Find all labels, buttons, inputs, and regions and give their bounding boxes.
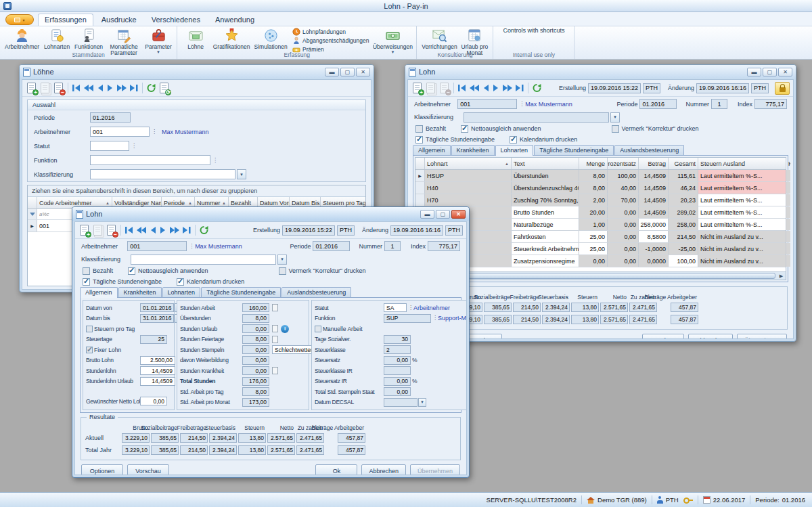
- ribbon-button-simulationen[interactable]: Simulationen: [252, 27, 290, 51]
- arbeitnehmer-field[interactable]: 001: [90, 127, 150, 137]
- ribbon-tab-ausdrucke[interactable]: Ausdrucke: [95, 14, 143, 26]
- periode-field[interactable]: 01.2016: [90, 112, 131, 123]
- ribbon-tab-erfassungen[interactable]: Erfassungen: [38, 14, 93, 26]
- table-row[interactable]: Zusatzpensionsregime 0,00 0,00 0,0000 10…: [415, 255, 786, 267]
- ribbon-tab-anwendung[interactable]: Anwendung: [208, 14, 261, 26]
- ribbon-button-funktionen[interactable]: Funktionen: [72, 27, 105, 51]
- next-record-icon[interactable]: [106, 84, 114, 92]
- taegliche-stundeneingabe-checkbox[interactable]: [83, 278, 90, 286]
- tab-krankheiten[interactable]: Krankheiten: [118, 287, 162, 297]
- ribbon-button-loehne[interactable]: Löhne: [180, 27, 211, 51]
- new-record-button[interactable]: +: [413, 83, 422, 93]
- previous-record-icon[interactable]: [482, 84, 490, 92]
- first-record-icon[interactable]: [72, 84, 81, 92]
- ribbon-button-abgangsentschaedigungen[interactable]: Abgangsentschädigungen: [292, 37, 369, 45]
- bezahlt-checkbox[interactable]: [415, 125, 423, 133]
- copy-record-button[interactable]: [426, 83, 435, 93]
- ribbon-tab-verschiedenes[interactable]: Verschiedenes: [145, 14, 207, 26]
- arbeitnehmer-field[interactable]: 001: [457, 99, 517, 109]
- lookup-dots-button[interactable]: ⋮: [519, 102, 523, 107]
- last-record-icon[interactable]: [129, 84, 139, 92]
- uebernehmen-button[interactable]: Übernehmen: [410, 464, 460, 475]
- info-icon[interactable]: i: [281, 325, 289, 333]
- ribbon-button-gratifikationen[interactable]: Gratifikationen: [211, 27, 252, 51]
- group-by-hint[interactable]: Ziehen Sie eine Spaltenüberschrift in di…: [28, 185, 365, 197]
- window-titlebar[interactable]: Löhne ▬ ▢ ✕: [20, 65, 374, 79]
- app-menu-button[interactable]: ▾: [5, 14, 34, 25]
- table-row[interactable]: Fahrtkosten 25,00 0,00 8,5800 214,50 Nic…: [415, 231, 786, 243]
- fast-backward-icon[interactable]: [83, 84, 94, 92]
- datum-von-field[interactable]: 01.01.2016: [140, 303, 174, 312]
- arbeitnehmer-field[interactable]: 001: [127, 241, 187, 251]
- abbrechen-button[interactable]: Abbrechen: [688, 334, 733, 339]
- datum-bis-field[interactable]: 31.01.2016: [140, 314, 174, 323]
- manuelle-arbeit-checkbox[interactable]: [315, 326, 321, 332]
- delete-record-button[interactable]: −: [54, 83, 63, 93]
- lookup-dots-button[interactable]: ⋮: [432, 315, 436, 321]
- vorschau-button[interactable]: Vorschau: [127, 464, 169, 475]
- dropdown-button[interactable]: ▼: [277, 255, 287, 265]
- funktion-field[interactable]: SUP: [384, 314, 431, 323]
- tab-krankheiten[interactable]: Krankheiten: [451, 145, 495, 155]
- detail-document-icon[interactable]: [272, 336, 278, 343]
- stempeln-art-field[interactable]: Schlechtwetter: [272, 345, 314, 354]
- close-button[interactable]: ✕: [451, 210, 466, 219]
- previous-record-icon[interactable]: [96, 84, 104, 92]
- funktion-link[interactable]: Support-M...: [438, 315, 467, 322]
- column-header[interactable]: Steuern Ausland: [698, 158, 786, 169]
- brutto-lohn-field[interactable]: 2.500,00: [140, 356, 175, 365]
- maximize-button[interactable]: ▢: [763, 68, 777, 76]
- maximize-button[interactable]: ▢: [436, 210, 450, 219]
- column-header[interactable]: Gesamt: [669, 158, 698, 169]
- scrollbar-thumb[interactable]: [426, 273, 775, 279]
- nettoausgleich-checkbox[interactable]: [461, 125, 468, 133]
- abbrechen-button[interactable]: Abbrechen: [361, 464, 406, 475]
- stundenlohn-field[interactable]: 14,4509: [140, 366, 175, 375]
- ok-button[interactable]: Ok: [642, 334, 684, 339]
- ribbon-button-lohnarten[interactable]: Lohnarten: [41, 27, 72, 51]
- arbeitnehmer-link[interactable]: Max Mustermann: [162, 129, 209, 135]
- maximize-button[interactable]: ▢: [340, 68, 355, 76]
- minimize-button[interactable]: ▬: [420, 210, 434, 219]
- kalendarium-checkbox[interactable]: [510, 136, 517, 144]
- klassifizierung-field[interactable]: [90, 169, 235, 179]
- tab-taegliche-stundeneingabe[interactable]: Tägliche Stundeneingabe: [201, 287, 281, 297]
- tab-lohnarten[interactable]: Lohnarten: [495, 145, 534, 156]
- optionen-button[interactable]: Optionen: [81, 464, 123, 475]
- table-row[interactable]: NAT Naturalbezüge 1,00 0,00 258,0000 258…: [415, 219, 786, 231]
- table-row[interactable]: HSUP Überstunden 8,00 100,00 14,4509 115…: [415, 170, 786, 182]
- fast-forward-icon[interactable]: [116, 84, 127, 92]
- kalendarium-checkbox[interactable]: [177, 278, 184, 286]
- copy-record-button[interactable]: [93, 225, 102, 236]
- stundenlohn-urlaub-field[interactable]: 14,4509: [140, 377, 175, 386]
- nettoausgleich-checkbox[interactable]: [128, 267, 135, 275]
- lookup-dots-button[interactable]: ⋮: [212, 158, 217, 163]
- arbeitnehmer-link[interactable]: Max Mustermann: [195, 243, 255, 250]
- table-row[interactable]: H40 Überstundenzuschlag 40% 8,00 40,00 1…: [415, 182, 786, 194]
- uebernehmen-button[interactable]: Übernehmen: [737, 334, 787, 339]
- column-header[interactable]: Menge: [579, 158, 608, 169]
- tab-auslandsbesteuerung[interactable]: Auslandsbesteuerung: [614, 145, 684, 155]
- column-header[interactable]: Lohnart▲: [425, 158, 512, 169]
- fixer-lohn-checkbox[interactable]: [86, 347, 93, 353]
- close-button[interactable]: ✕: [778, 68, 792, 76]
- column-header[interactable]: Prozentsatz: [608, 158, 639, 169]
- ribbon-button-verrichtungen[interactable]: Verrichtungen: [420, 27, 459, 51]
- fast-backward-icon[interactable]: [469, 84, 480, 92]
- lookup-dots-button[interactable]: ⋮: [152, 129, 156, 135]
- tab-auslandsbesteuerung[interactable]: Auslandsbesteuerung: [281, 287, 351, 297]
- ribbon-button-controls-with-shortcuts[interactable]: Controls with shortcuts: [496, 27, 571, 34]
- filter-funnel-icon[interactable]: [28, 209, 37, 219]
- next-record-icon[interactable]: [159, 226, 167, 234]
- window-titlebar[interactable]: Lohn ▬ ▢ ✕: [405, 65, 796, 79]
- last-record-icon[interactable]: [182, 226, 191, 234]
- refresh-document-icon[interactable]: ⟳: [160, 83, 168, 93]
- scroll-right-icon[interactable]: ▶: [777, 272, 786, 280]
- statut-field[interactable]: SA: [384, 303, 407, 312]
- column-header[interactable]: Betrag: [639, 158, 669, 169]
- dropdown-button[interactable]: ▼: [237, 169, 246, 179]
- arbeitnehmer-link[interactable]: Max Mustermann: [525, 101, 582, 108]
- tab-taegliche-stundeneingabe[interactable]: Tägliche Stundeneingabe: [534, 145, 614, 155]
- funktion-field[interactable]: [90, 155, 210, 165]
- lookup-dots-button[interactable]: ⋮: [131, 144, 135, 149]
